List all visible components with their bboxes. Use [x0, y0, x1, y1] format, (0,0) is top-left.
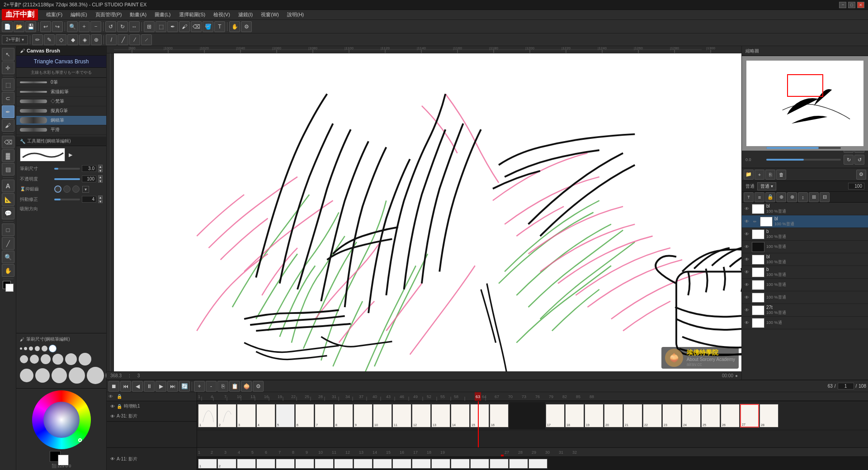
- color-picker-tool[interactable]: [3, 281, 14, 292]
- brush-dot-5[interactable]: [41, 354, 51, 364]
- frame-thumb-23[interactable]: 23: [662, 404, 681, 427]
- sub-tool-9[interactable]: ∕: [129, 34, 140, 45]
- antialias-opt-3[interactable]: [72, 185, 80, 193]
- antialias-dropdown[interactable]: ▾: [82, 186, 89, 193]
- layer-eye-2[interactable]: 👁: [744, 231, 750, 237]
- frame-thumb-2[interactable]: 2: [217, 404, 236, 427]
- brush-button[interactable]: 🖌: [179, 21, 190, 32]
- rotate-ccw-btn[interactable]: ↺: [854, 155, 864, 165]
- eraser-button[interactable]: ⌫: [191, 21, 202, 32]
- sub-tool-10[interactable]: ⟋: [141, 34, 152, 45]
- transform-button[interactable]: ⊞: [144, 21, 155, 32]
- antialias-opt-2[interactable]: [63, 185, 71, 193]
- tl-onion-skin[interactable]: 🧅: [241, 381, 252, 392]
- menu-item-e[interactable]: 編輯(E): [67, 10, 91, 19]
- pen-tool[interactable]: ✒: [2, 105, 14, 118]
- frame-thumb-3[interactable]: 3: [237, 404, 256, 427]
- zoom-in-button[interactable]: ＋: [79, 21, 90, 32]
- brush-dot-45[interactable]: [30, 355, 39, 364]
- brush-preview-settings[interactable]: ▶: [69, 152, 76, 158]
- zoom-slider[interactable]: [766, 147, 841, 149]
- move-tool[interactable]: ✛: [2, 62, 14, 74]
- frame2-thumb-1[interactable]: 1: [198, 459, 217, 469]
- frame-thumb-28[interactable]: 28: [760, 404, 778, 427]
- sub-tool-1[interactable]: ✏: [32, 34, 43, 45]
- rp-settings[interactable]: ⚙: [856, 170, 866, 180]
- frame2-thumb-2[interactable]: 2: [217, 459, 236, 469]
- frame-thumb-18[interactable]: 18: [565, 404, 584, 427]
- tl-settings[interactable]: ⚙: [253, 381, 264, 392]
- minimize-button[interactable]: －: [839, 2, 846, 8]
- timeline-layer-1[interactable]: 👁 🔒 時增軌1: [107, 401, 197, 411]
- close-button[interactable]: ✕: [857, 2, 864, 8]
- cursor-tool[interactable]: ↖: [2, 48, 14, 61]
- menu-item-l[interactable]: 圖畫(L): [151, 10, 174, 19]
- layer-eye-7[interactable]: 👁: [744, 294, 750, 301]
- layer-item-8[interactable]: 👁27t100 %普通: [742, 304, 868, 317]
- sub-tool-5[interactable]: ◈: [79, 34, 90, 45]
- frame-thumb-1[interactable]: 1: [198, 404, 217, 427]
- opacity-slider[interactable]: [54, 178, 80, 180]
- eraser-tool[interactable]: ⌫: [2, 136, 14, 148]
- layer-eye-6[interactable]: 👁: [744, 282, 750, 288]
- brush-dot-17[interactable]: [69, 367, 85, 384]
- layer-eye-3[interactable]: 👁: [744, 244, 750, 250]
- sub-tool-6[interactable]: ⊕: [91, 34, 102, 45]
- menu-item-a[interactable]: 動畫(A): [126, 10, 150, 19]
- sub-tool-4[interactable]: ◆: [67, 34, 78, 45]
- menu-item-p[interactable]: 頁面管理(P): [92, 10, 126, 19]
- frame-thumb-26[interactable]: 26: [721, 404, 740, 427]
- frame2-thumb-16[interactable]: [490, 459, 509, 469]
- sub-tool-8[interactable]: ╱: [118, 34, 128, 45]
- frame-thumb-13[interactable]: 13: [431, 404, 450, 427]
- brush-tool[interactable]: 🖌: [2, 119, 14, 132]
- pen-button[interactable]: ✒: [167, 21, 178, 32]
- stabilizer-slider[interactable]: [54, 199, 80, 200]
- frame-thumb-16[interactable]: 16: [490, 404, 509, 427]
- brush-dot-7[interactable]: [65, 353, 77, 365]
- timeline-layer-2[interactable]: 👁 A·31: 影片: [107, 411, 197, 422]
- frame2-thumb-14[interactable]: [451, 459, 470, 469]
- line-tool[interactable]: ╱: [2, 237, 14, 250]
- frame2-thumb-7[interactable]: [315, 459, 334, 469]
- frame2-thumb-6[interactable]: [295, 459, 314, 469]
- select-button[interactable]: ⬚: [156, 21, 166, 32]
- zoom-tool-left[interactable]: 🔍: [2, 251, 14, 263]
- antialias-opt-1[interactable]: [54, 185, 61, 193]
- stabilizer-down[interactable]: ▼: [98, 199, 103, 203]
- frame-thumb-5[interactable]: 5: [276, 404, 295, 427]
- brush-item-sketch[interactable]: 索描鉛筆: [16, 87, 106, 97]
- frame2-thumb-18[interactable]: [528, 459, 547, 469]
- layer-eye-8[interactable]: 👁: [744, 307, 750, 313]
- ruler-tool[interactable]: 📐: [2, 193, 14, 206]
- shape-tool[interactable]: □: [2, 223, 14, 236]
- move-view-button[interactable]: ✋: [229, 21, 240, 32]
- gradient-tool[interactable]: ▤: [2, 163, 14, 176]
- frame-thumb-22[interactable]: 22: [643, 404, 662, 427]
- layer-tb-1[interactable]: T: [744, 192, 754, 202]
- brush-item-steel[interactable]: 鋼稿筆: [16, 116, 106, 125]
- tl-pause[interactable]: ⏸: [144, 381, 155, 392]
- frame-thumb-11[interactable]: 11: [392, 404, 411, 427]
- frame-thumb-25[interactable]: 25: [701, 404, 720, 427]
- opacity-input[interactable]: 100: [82, 176, 96, 182]
- layer-eye-0[interactable]: 👁: [744, 206, 750, 212]
- stabilizer-up[interactable]: ▲: [98, 195, 103, 199]
- frame-thumb-7[interactable]: 7: [315, 404, 334, 427]
- layer-item-6[interactable]: 👁100 %普通: [742, 279, 868, 291]
- rotate-cw-btn[interactable]: ↻: [844, 155, 854, 165]
- sub-tool-3[interactable]: ◇: [56, 34, 66, 45]
- brush-dot-15b[interactable]: [52, 368, 67, 383]
- layer-tb-4[interactable]: ⊕: [776, 192, 786, 202]
- layer-eye-1[interactable]: 👁: [744, 218, 750, 225]
- layer-item-2[interactable]: 👁b100 %普通: [742, 228, 868, 241]
- layer-item-3[interactable]: 👁100 %普通: [742, 241, 868, 253]
- brush-dot-10[interactable]: [20, 369, 33, 382]
- lasso-tool[interactable]: ⊂: [2, 92, 14, 104]
- frame2-thumb-5[interactable]: [276, 459, 295, 469]
- tl-layer-eye[interactable]: 👁: [110, 404, 115, 409]
- redo-button[interactable]: ↪: [52, 21, 63, 32]
- brush-size-up[interactable]: ▲: [98, 165, 103, 168]
- opacity-down[interactable]: ▼: [98, 179, 103, 183]
- frame2-thumb-3[interactable]: [237, 459, 256, 469]
